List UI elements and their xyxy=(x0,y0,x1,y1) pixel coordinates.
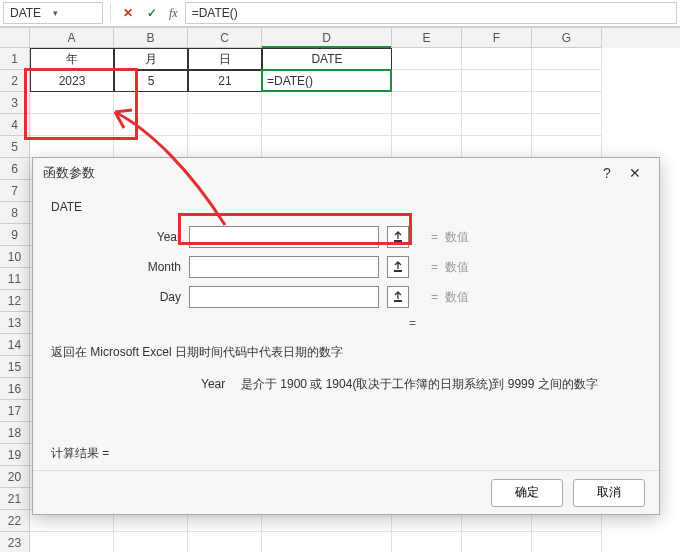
column-header-C[interactable]: C xyxy=(188,28,262,48)
cell-F2[interactable] xyxy=(462,70,532,92)
column-header-A[interactable]: A xyxy=(30,28,114,48)
name-box[interactable]: DATE ▾ xyxy=(3,2,103,24)
formula-input[interactable]: =DATE() xyxy=(185,2,677,24)
row-header-9[interactable]: 9 xyxy=(0,224,30,246)
cell-B4[interactable] xyxy=(114,114,188,136)
cell-F3[interactable] xyxy=(462,92,532,114)
cell-D4[interactable] xyxy=(262,114,392,136)
column-header-G[interactable]: G xyxy=(532,28,602,48)
row-header-8[interactable]: 8 xyxy=(0,202,30,224)
ok-button[interactable]: 确定 xyxy=(491,479,563,507)
dialog-titlebar[interactable]: 函数参数 ? ✕ xyxy=(33,158,659,188)
cell-E3[interactable] xyxy=(392,92,462,114)
cell-C3[interactable] xyxy=(188,92,262,114)
range-selector-icon[interactable] xyxy=(387,226,409,248)
day-field[interactable] xyxy=(189,286,379,308)
cell-A23[interactable] xyxy=(30,532,114,552)
cell-B23[interactable] xyxy=(114,532,188,552)
column-header-F[interactable]: F xyxy=(462,28,532,48)
column-header-B[interactable]: B xyxy=(114,28,188,48)
cell-D23[interactable] xyxy=(262,532,392,552)
row-header-5[interactable]: 5 xyxy=(0,136,30,158)
cell-B2[interactable]: 5 xyxy=(114,70,188,92)
cell-A1[interactable]: 年 xyxy=(30,48,114,70)
cell-C2[interactable]: 21 xyxy=(188,70,262,92)
dialog-buttons: 确定 取消 xyxy=(33,470,659,514)
row-4: 4 xyxy=(0,114,680,136)
row-header-4[interactable]: 4 xyxy=(0,114,30,136)
fx-label[interactable]: fx xyxy=(166,6,181,21)
row-header-23[interactable]: 23 xyxy=(0,532,30,552)
name-box-value: DATE xyxy=(10,6,53,20)
row-header-2[interactable]: 2 xyxy=(0,70,30,92)
chevron-down-icon[interactable]: ▾ xyxy=(53,8,96,18)
dialog-body: DATE Year = 数值 Month = 数值 Day = 数值 xyxy=(33,188,659,470)
cell-E23[interactable] xyxy=(392,532,462,552)
range-selector-icon[interactable] xyxy=(387,256,409,278)
cell-G4[interactable] xyxy=(532,114,602,136)
row-header-14[interactable]: 14 xyxy=(0,334,30,356)
cell-C23[interactable] xyxy=(188,532,262,552)
dialog-title: 函数参数 xyxy=(43,164,593,182)
row-header-17[interactable]: 17 xyxy=(0,400,30,422)
cell-G23[interactable] xyxy=(532,532,602,552)
row-header-10[interactable]: 10 xyxy=(0,246,30,268)
row-header-13[interactable]: 13 xyxy=(0,312,30,334)
cell-B1[interactable]: 月 xyxy=(114,48,188,70)
row-header-7[interactable]: 7 xyxy=(0,180,30,202)
cell-E5[interactable] xyxy=(392,136,462,158)
cell-C1[interactable]: 日 xyxy=(188,48,262,70)
cell-D5[interactable] xyxy=(262,136,392,158)
cell-F4[interactable] xyxy=(462,114,532,136)
cell-D1[interactable]: DATE xyxy=(262,48,392,70)
cell-B3[interactable] xyxy=(114,92,188,114)
range-selector-icon[interactable] xyxy=(387,286,409,308)
column-header-E[interactable]: E xyxy=(392,28,462,48)
row-header-19[interactable]: 19 xyxy=(0,444,30,466)
row-header-11[interactable]: 11 xyxy=(0,268,30,290)
row-header-16[interactable]: 16 xyxy=(0,378,30,400)
cell-A2[interactable]: 2023 xyxy=(30,70,114,92)
cell-A3[interactable] xyxy=(30,92,114,114)
cell-G5[interactable] xyxy=(532,136,602,158)
cell-C5[interactable] xyxy=(188,136,262,158)
cell-G3[interactable] xyxy=(532,92,602,114)
row-header-20[interactable]: 20 xyxy=(0,466,30,488)
select-all-corner[interactable] xyxy=(0,28,30,48)
row-header-3[interactable]: 3 xyxy=(0,92,30,114)
cell-F23[interactable] xyxy=(462,532,532,552)
column-header-D[interactable]: D xyxy=(262,28,392,48)
cell-B5[interactable] xyxy=(114,136,188,158)
row-header-12[interactable]: 12 xyxy=(0,290,30,312)
cell-A5[interactable] xyxy=(30,136,114,158)
help-icon[interactable]: ? xyxy=(593,161,621,185)
cancel-button[interactable]: 取消 xyxy=(573,479,645,507)
row-header-15[interactable]: 15 xyxy=(0,356,30,378)
year-field[interactable] xyxy=(189,226,379,248)
function-name: DATE xyxy=(51,200,641,214)
row-header-1[interactable]: 1 xyxy=(0,48,30,70)
cancel-icon[interactable]: ✕ xyxy=(118,3,138,23)
confirm-icon[interactable]: ✓ xyxy=(142,3,162,23)
close-icon[interactable]: ✕ xyxy=(621,161,649,185)
cell-C4[interactable] xyxy=(188,114,262,136)
row-header-18[interactable]: 18 xyxy=(0,422,30,444)
row-5: 5 xyxy=(0,136,680,158)
cell-D3[interactable] xyxy=(262,92,392,114)
cell-G2[interactable] xyxy=(532,70,602,92)
result-equals: = xyxy=(51,316,641,330)
month-field[interactable] xyxy=(189,256,379,278)
cell-F1[interactable] xyxy=(462,48,532,70)
arg-label: Year xyxy=(51,230,181,244)
cell-E1[interactable] xyxy=(392,48,462,70)
row-header-21[interactable]: 21 xyxy=(0,488,30,510)
cell-E2[interactable] xyxy=(392,70,462,92)
row-header-6[interactable]: 6 xyxy=(0,158,30,180)
row-header-22[interactable]: 22 xyxy=(0,510,30,532)
cell-D2[interactable]: =DATE() xyxy=(262,70,392,92)
svg-rect-2 xyxy=(394,300,402,302)
cell-G1[interactable] xyxy=(532,48,602,70)
cell-F5[interactable] xyxy=(462,136,532,158)
cell-E4[interactable] xyxy=(392,114,462,136)
cell-A4[interactable] xyxy=(30,114,114,136)
